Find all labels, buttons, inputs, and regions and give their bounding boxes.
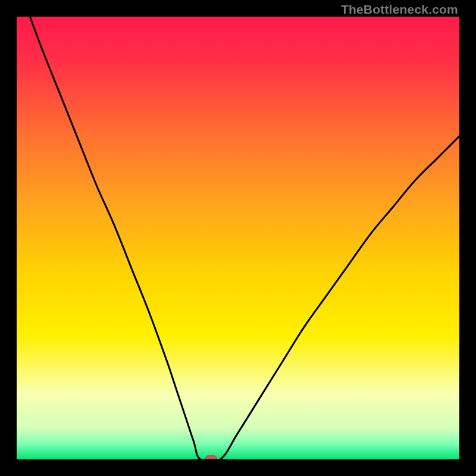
watermark-text: TheBottleneck.com <box>341 2 458 17</box>
chart-frame: TheBottleneck.com <box>0 0 476 476</box>
bottleneck-curve <box>30 17 459 459</box>
optimum-marker <box>205 455 218 459</box>
curve-layer <box>17 17 459 459</box>
plot-area <box>17 17 459 459</box>
